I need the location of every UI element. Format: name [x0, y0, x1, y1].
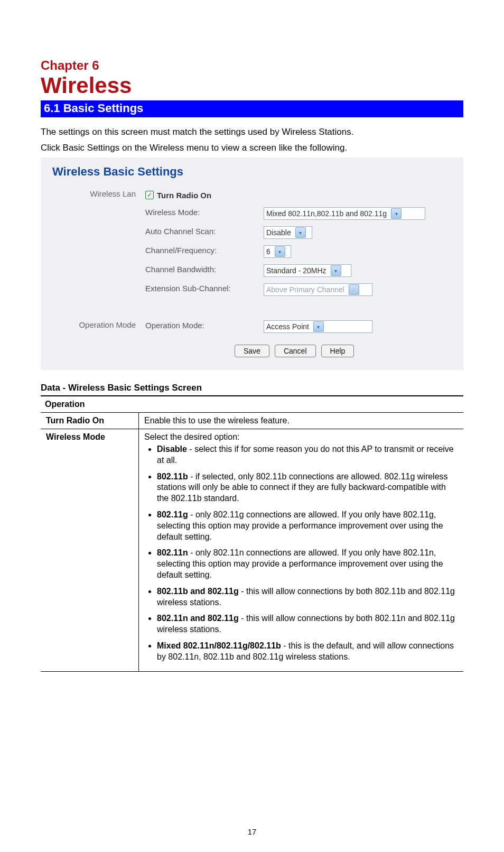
checkmark-icon: ✓: [145, 191, 154, 199]
operation-mode-label: Operation Mode:: [145, 318, 262, 336]
list-item: 802.11b and 802.11g - this will allow co…: [157, 586, 458, 608]
row-name: Turn Radio On: [41, 413, 139, 429]
auto-channel-scan-select[interactable]: Disable ▾: [264, 226, 312, 239]
wireless-mode-select[interactable]: Mixed 802.11n,802.11b and 802.11g ▾: [264, 207, 425, 220]
row-bullet-list: Disable - select this if for some reason…: [144, 444, 458, 663]
chevron-down-icon: ▾: [295, 227, 306, 238]
channel-frequency-value: 6: [266, 247, 274, 256]
intro-line-2: Click Basic Settings on the Wireless men…: [41, 143, 463, 153]
chevron-down-icon: ▾: [391, 208, 402, 219]
save-button[interactable]: Save: [235, 345, 269, 357]
intro-line-1: The settings on this screen must match t…: [41, 127, 463, 137]
section-heading-bar: 6.1 Basic Settings: [41, 100, 463, 117]
bullet-text: - only 802.11n connections are allowed. …: [157, 548, 443, 579]
turn-radio-on-checkbox-wrap[interactable]: ✓ Turn Radio On: [145, 186, 262, 204]
help-button[interactable]: Help: [321, 345, 354, 357]
chevron-down-icon: ▾: [349, 284, 359, 295]
chevron-down-icon: ▾: [275, 246, 285, 257]
bullet-term: 802.11b and 802.11g: [157, 587, 239, 596]
group-label-wireless-lan: Wireless Lan: [59, 186, 143, 204]
bullet-term: Disable: [157, 444, 187, 453]
list-item: 802.11g - only 802.11g connections are a…: [157, 510, 458, 542]
channel-bandwidth-value: Standard - 20MHz: [266, 266, 330, 275]
chapter-label: Chapter 6: [41, 58, 463, 73]
chevron-down-icon: ▾: [331, 265, 341, 276]
bullet-term: 802.11n and 802.11g: [157, 614, 239, 623]
panel-title: Wireless Basic Settings: [52, 165, 457, 179]
channel-frequency-label: Channel/Frequency:: [145, 243, 262, 261]
bullet-term: 802.11n: [157, 548, 188, 557]
bullet-term: 802.11b: [157, 472, 188, 481]
row-intro-text: Enable this to use the wireless feature.: [144, 416, 458, 425]
row-name: Wireless Mode: [41, 429, 139, 672]
operation-mode-value: Access Point: [266, 322, 312, 331]
auto-channel-scan-label: Auto Channel Scan:: [145, 224, 262, 242]
button-row: Save Cancel Help: [235, 345, 457, 357]
page-number: 17: [0, 827, 504, 836]
bullet-text: - select this if for some reason you do …: [157, 444, 454, 465]
wireless-mode-label: Wireless Mode:: [145, 205, 262, 223]
channel-frequency-select[interactable]: 6 ▾: [264, 245, 291, 258]
row-intro-text: Select the desired option:: [144, 432, 458, 442]
chapter-title: Wireless: [41, 74, 463, 97]
bullet-term: Mixed 802.11n/802.11g/802.11b: [157, 641, 281, 650]
page: Chapter 6 Wireless 6.1 Basic Settings Th…: [0, 0, 504, 852]
row-description: Select the desired option:Disable - sele…: [139, 429, 464, 672]
settings-panel: Wireless Basic Settings Wireless Lan ✓ T…: [41, 158, 463, 370]
list-item: 802.11n and 802.11g - this will allow co…: [157, 613, 458, 635]
table-row: Wireless ModeSelect the desired option:D…: [41, 429, 463, 672]
chevron-down-icon: ▾: [313, 321, 324, 332]
channel-bandwidth-select[interactable]: Standard - 20MHz ▾: [264, 264, 351, 277]
bullet-text: - only 802.11g connections are allowed. …: [157, 510, 443, 541]
data-table-heading: Data - Wireless Basic Settings Screen: [41, 383, 463, 393]
extension-sub-channel-value: Above Primary Channel: [266, 285, 348, 294]
panel-grid: Wireless Lan ✓ Turn Radio On Wireless Mo…: [59, 186, 457, 336]
table-row: Turn Radio OnEnable this to use the wire…: [41, 413, 463, 429]
wireless-mode-value: Mixed 802.11n,802.11b and 802.11g: [266, 209, 390, 218]
turn-radio-on-label: Turn Radio On: [157, 191, 211, 200]
group-label-operation-mode: Operation Mode: [59, 317, 143, 335]
table-section-header: Operation: [41, 396, 463, 413]
extension-sub-channel-select: Above Primary Channel ▾: [264, 283, 372, 296]
operation-mode-select[interactable]: Access Point ▾: [264, 320, 372, 333]
bullet-text: - if selected, only 802.11b connections …: [157, 472, 448, 503]
bullet-term: 802.11g: [157, 510, 188, 519]
cancel-button[interactable]: Cancel: [275, 345, 316, 357]
list-item: Disable - select this if for some reason…: [157, 444, 458, 466]
channel-bandwidth-label: Channel Bandwidth:: [145, 262, 262, 280]
row-description: Enable this to use the wireless feature.: [139, 413, 464, 429]
auto-channel-scan-value: Disable: [266, 228, 294, 237]
extension-sub-channel-label: Extension Sub-Channel:: [145, 281, 262, 299]
data-table: Operation Turn Radio OnEnable this to us…: [41, 395, 463, 672]
list-item: Mixed 802.11n/802.11g/802.11b - this is …: [157, 641, 458, 663]
list-item: 802.11b - if selected, only 802.11b conn…: [157, 471, 458, 504]
list-item: 802.11n - only 802.11n connections are a…: [157, 548, 458, 580]
